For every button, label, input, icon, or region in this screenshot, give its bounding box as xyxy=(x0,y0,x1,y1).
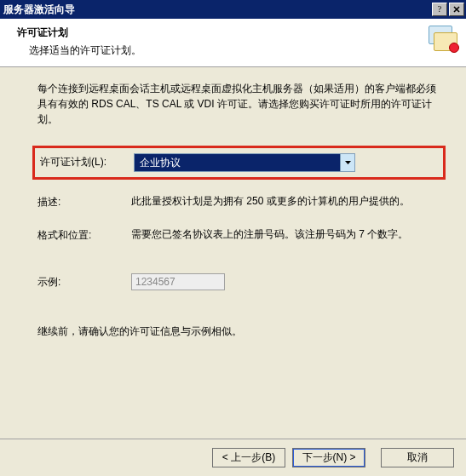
license-plan-row: 许可证计划(L): 企业协议 xyxy=(32,146,446,180)
description-value: 此批量授权计划是为拥有 250 或更多的计算机的用户提供的。 xyxy=(131,193,440,209)
license-plan-label: 许可证计划(L): xyxy=(40,153,134,169)
intro-text: 每个连接到远程桌面会话主机或远程桌面虚拟化主机服务器（如果适用）的客户端都必须具… xyxy=(37,81,440,127)
wizard-header: 许可证计划 选择适当的许可证计划。 xyxy=(0,19,466,67)
header-text: 许可证计划 选择适当的许可证计划。 xyxy=(17,26,423,58)
example-row: 示例: xyxy=(37,273,440,290)
help-button[interactable]: ? xyxy=(432,3,447,16)
svg-text:?: ? xyxy=(438,5,442,14)
confirm-note: 继续前，请确认您的许可证信息与示例相似。 xyxy=(37,324,440,339)
header-title: 许可证计划 xyxy=(17,26,423,40)
example-label: 示例: xyxy=(37,273,131,290)
chevron-down-icon xyxy=(340,154,354,171)
certificate-icon xyxy=(423,26,456,54)
button-bar: < 上一步(B) 下一步(N) > 取消 xyxy=(0,439,466,476)
title-bar: 服务器激活向导 ? xyxy=(0,0,466,19)
format-location-value: 需要您已签名协议表上的注册号码。该注册号码为 7 个数字。 xyxy=(131,227,440,242)
description-label: 描述: xyxy=(37,193,131,209)
header-subtitle: 选择适当的许可证计划。 xyxy=(29,43,423,58)
description-row: 描述: 此批量授权计划是为拥有 250 或更多的计算机的用户提供的。 xyxy=(37,193,440,209)
window-title: 服务器激活向导 xyxy=(3,3,430,17)
format-location-label: 格式和位置: xyxy=(37,227,131,243)
cancel-button[interactable]: 取消 xyxy=(381,448,454,467)
close-button[interactable] xyxy=(449,3,464,16)
format-location-row: 格式和位置: 需要您已签名协议表上的注册号码。该注册号码为 7 个数字。 xyxy=(37,227,440,243)
back-button[interactable]: < 上一步(B) xyxy=(212,448,285,467)
license-plan-dropdown[interactable]: 企业协议 xyxy=(134,153,355,172)
license-plan-value: 企业协议 xyxy=(135,155,340,170)
wizard-body: 每个连接到远程桌面会话主机或远程桌面虚拟化主机服务器（如果适用）的客户端都必须具… xyxy=(0,67,466,339)
example-input xyxy=(131,273,225,290)
next-button[interactable]: 下一步(N) > xyxy=(292,448,365,467)
